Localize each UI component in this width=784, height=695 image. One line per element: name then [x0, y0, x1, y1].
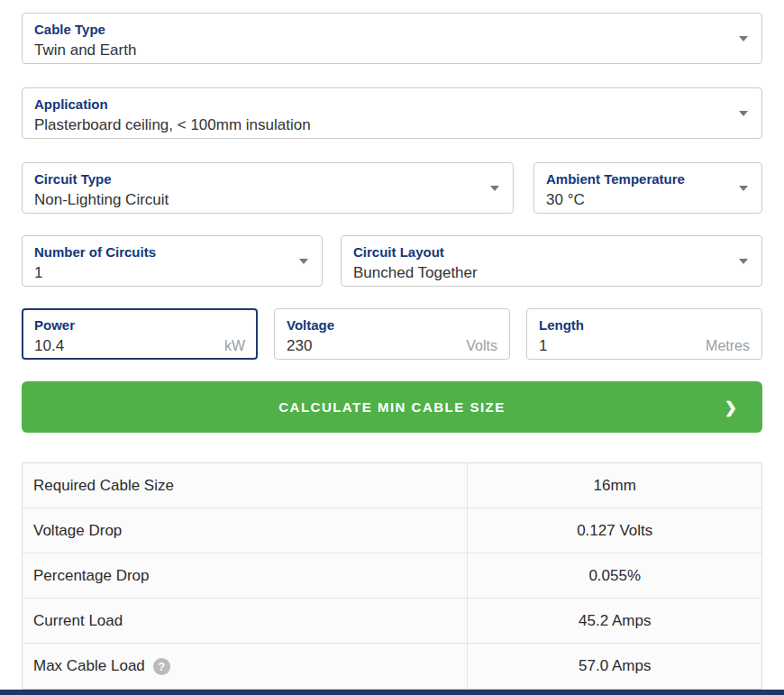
- calculate-min-cable-size-button[interactable]: CALCULATE MIN CABLE SIZE ❯: [22, 381, 762, 433]
- length-field[interactable]: Length 1 Metres: [526, 308, 762, 360]
- footer-bar: [0, 690, 784, 695]
- result-value: 16mm: [468, 463, 761, 508]
- number-of-circuits-select[interactable]: Number of Circuits 1: [22, 235, 323, 287]
- result-label: Percentage Drop: [23, 553, 468, 598]
- circuit-type-value: Non-Lighting Circuit: [34, 190, 480, 209]
- cable-type-select[interactable]: Cable Type Twin and Earth: [22, 13, 762, 64]
- length-value: 1: [539, 336, 547, 355]
- circuit-layout-value: Bunched Together: [353, 263, 729, 282]
- help-icon[interactable]: ?: [153, 658, 170, 675]
- application-select[interactable]: Application Plasterboard ceiling, < 100m…: [22, 87, 762, 139]
- result-value: 0.055%: [468, 553, 761, 598]
- circuit-type-label: Circuit Type: [34, 170, 480, 187]
- circuit-type-select[interactable]: Circuit Type Non-Lighting Circuit: [22, 162, 514, 214]
- result-label-text: Max Cable Load: [33, 657, 145, 675]
- length-label: Length: [539, 316, 750, 334]
- result-label: Max Cable Load ?: [23, 644, 468, 689]
- chevron-down-icon: [739, 111, 748, 116]
- table-row-max-cable-load: Max Cable Load ? 57.0 Amps: [23, 644, 761, 689]
- length-unit: Metres: [706, 338, 750, 354]
- power-field[interactable]: Power 10.4 kW: [22, 308, 258, 360]
- cable-size-calculator: Cable Type Twin and Earth Application Pl…: [0, 0, 784, 690]
- chevron-down-icon: [739, 36, 748, 41]
- chevron-down-icon: [299, 259, 308, 264]
- power-label: Power: [34, 316, 245, 334]
- number-of-circuits-label: Number of Circuits: [34, 243, 289, 261]
- cable-type-value: Twin and Earth: [34, 41, 729, 59]
- circuit-layout-select[interactable]: Circuit Layout Bunched Together: [341, 235, 762, 287]
- chevron-down-icon: [739, 259, 748, 264]
- voltage-field[interactable]: Voltage 230 Volts: [274, 308, 510, 360]
- table-row-voltage-drop: Voltage Drop 0.127 Volts: [23, 508, 761, 553]
- chevron-down-icon: [739, 186, 748, 191]
- result-label: Voltage Drop: [23, 508, 468, 553]
- number-of-circuits-value: 1: [34, 263, 289, 282]
- ambient-temperature-label: Ambient Temperature: [546, 170, 729, 187]
- power-unit: kW: [224, 338, 245, 354]
- result-value: 45.2 Amps: [468, 599, 761, 643]
- voltage-unit: Volts: [466, 338, 497, 354]
- table-row-percentage-drop: Percentage Drop 0.055%: [23, 553, 761, 599]
- voltage-value: 230: [287, 336, 312, 355]
- power-value: 10.4: [34, 336, 64, 355]
- ambient-temperature-select[interactable]: Ambient Temperature 30 °C: [533, 162, 762, 214]
- chevron-down-icon: [490, 186, 499, 191]
- result-value: 57.0 Amps: [468, 644, 761, 689]
- chevron-right-icon: ❯: [725, 398, 737, 416]
- voltage-label: Voltage: [287, 316, 497, 334]
- calculate-button-label: CALCULATE MIN CABLE SIZE: [278, 399, 506, 415]
- result-label: Required Cable Size: [23, 463, 468, 508]
- cable-type-label: Cable Type: [34, 21, 729, 38]
- ambient-temperature-value: 30 °C: [546, 190, 729, 209]
- table-row-current-load: Current Load 45.2 Amps: [23, 599, 761, 644]
- table-row-required-cable-size: Required Cable Size 16mm: [23, 463, 761, 508]
- results-table: Required Cable Size 16mm Voltage Drop 0.…: [22, 462, 762, 690]
- application-value: Plasterboard ceiling, < 100mm insulation: [34, 115, 729, 134]
- circuit-layout-label: Circuit Layout: [353, 243, 729, 261]
- result-value: 0.127 Volts: [468, 508, 761, 553]
- application-label: Application: [34, 96, 729, 113]
- result-label: Current Load: [23, 599, 468, 643]
